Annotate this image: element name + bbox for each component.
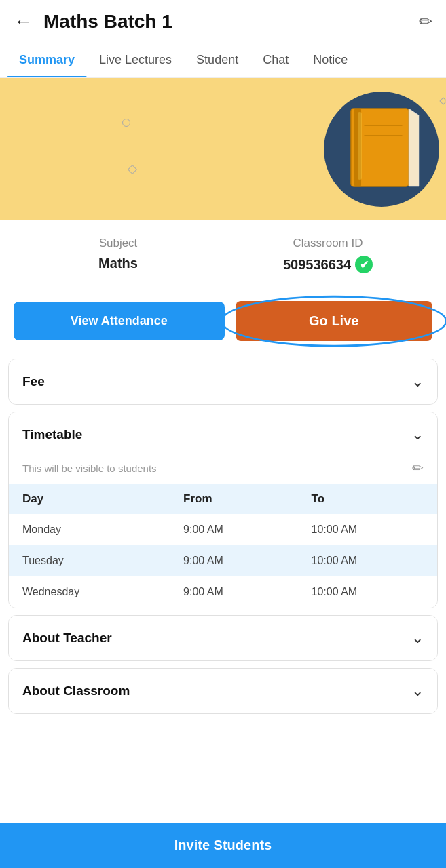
about-classroom-chevron-icon: ⌄ (411, 682, 424, 700)
timetable-note: This will be visible to students (22, 462, 157, 474)
timetable-chevron-icon: ⌄ (411, 426, 424, 443)
info-section: Subject Maths Classroom ID 509536634 ✔ (0, 220, 446, 290)
cell-day-0: Monday (9, 514, 170, 545)
classroom-id-info: Classroom ID 509536634 ✔ (230, 237, 426, 273)
fee-chevron-icon: ⌄ (411, 373, 424, 391)
timetable-edit-icon[interactable]: ✏ (412, 460, 424, 476)
subject-value: Maths (20, 256, 216, 271)
edit-icon[interactable]: ✏ (419, 12, 432, 31)
col-day: Day (9, 484, 170, 514)
svg-rect-6 (358, 112, 362, 180)
tab-live-lectures[interactable]: Live Lectures (87, 43, 184, 77)
about-teacher-title: About Teacher (22, 631, 112, 646)
tab-student[interactable]: Student (184, 43, 250, 77)
table-row: Monday9:00 AM10:00 AM (9, 514, 437, 545)
table-row: Wednesday9:00 AM10:00 AM (9, 576, 437, 608)
back-button[interactable]: ← (14, 11, 33, 33)
about-teacher-card: About Teacher ⌄ (8, 615, 438, 661)
info-divider (223, 237, 223, 273)
timetable-title: Timetable (22, 427, 82, 442)
cell-day-1: Tuesday (9, 545, 170, 576)
classroom-id-value: 509536634 ✔ (230, 256, 426, 273)
tabs-bar: Summary Live Lectures Student Chat Notic… (0, 43, 446, 78)
go-live-button[interactable]: Go Live (236, 301, 433, 341)
classroom-id-label: Classroom ID (230, 237, 426, 250)
cell-from-1: 9:00 AM (170, 545, 297, 576)
timetable-card-header[interactable]: Timetable ⌄ (9, 412, 437, 457)
banner (0, 78, 446, 220)
banner-decoration-circle (122, 119, 130, 127)
fee-card: Fee ⌄ (8, 359, 438, 405)
cell-to-1: 10:00 AM (298, 545, 437, 576)
action-buttons: View Attendance Go Live (0, 290, 446, 352)
timetable-subheader: This will be visible to students ✏ (9, 457, 437, 484)
timetable-table: Day From To Monday9:00 AM10:00 AMTuesday… (9, 484, 437, 608)
cell-to-2: 10:00 AM (298, 576, 437, 608)
book-illustration (324, 92, 439, 207)
about-classroom-card: About Classroom ⌄ (8, 668, 438, 714)
subject-label: Subject (20, 237, 216, 250)
tab-summary[interactable]: Summary (7, 43, 87, 77)
about-classroom-header[interactable]: About Classroom ⌄ (9, 669, 437, 713)
cell-day-2: Wednesday (9, 576, 170, 608)
col-to: To (298, 484, 437, 514)
tab-chat[interactable]: Chat (250, 43, 301, 77)
go-live-wrapper: Go Live (236, 301, 433, 341)
cell-to-0: 10:00 AM (298, 514, 437, 545)
about-teacher-header[interactable]: About Teacher ⌄ (9, 616, 437, 660)
banner-decoration-diamond (128, 165, 137, 174)
fee-card-header[interactable]: Fee ⌄ (9, 359, 437, 404)
invite-students-bar[interactable]: Invite Students (0, 823, 446, 868)
whatsapp-icon[interactable]: ✔ (355, 256, 373, 273)
about-classroom-title: About Classroom (22, 684, 130, 698)
view-attendance-button[interactable]: View Attendance (14, 302, 225, 340)
table-row: Tuesday9:00 AM10:00 AM (9, 545, 437, 576)
timetable-card: Timetable ⌄ This will be visible to stud… (8, 412, 438, 608)
col-from: From (170, 484, 297, 514)
tab-notice[interactable]: Notice (301, 43, 360, 77)
subject-info: Subject Maths (20, 237, 216, 273)
banner-decoration-small (439, 97, 446, 104)
header: ← Maths Batch 1 ✏ (0, 0, 446, 43)
fee-title: Fee (22, 374, 45, 389)
about-teacher-chevron-icon: ⌄ (411, 629, 424, 647)
page-title: Maths Batch 1 (43, 11, 419, 33)
svg-marker-2 (409, 108, 419, 186)
cell-from-2: 9:00 AM (170, 576, 297, 608)
cell-from-0: 9:00 AM (170, 514, 297, 545)
